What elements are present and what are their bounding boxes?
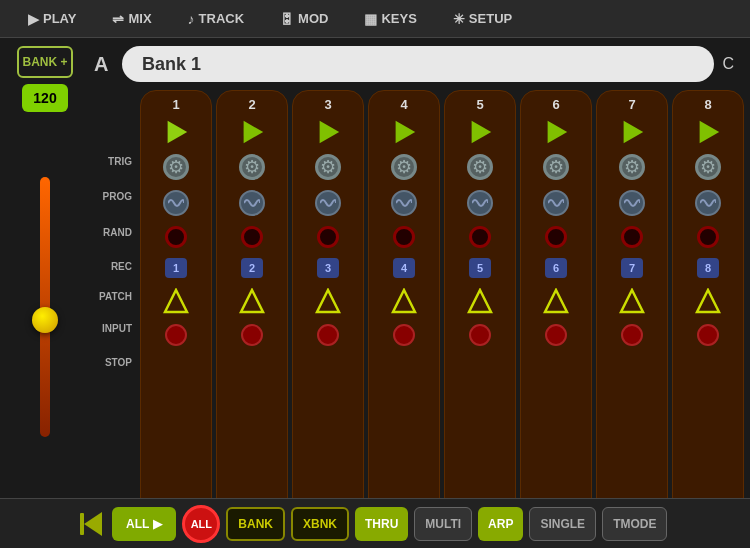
ch5-input-triangle[interactable] (467, 288, 493, 314)
ch6-rand-wave[interactable] (543, 190, 569, 216)
ch6-rec-button[interactable] (545, 226, 567, 248)
nav-mod[interactable]: 🎛 MOD (262, 11, 346, 27)
ch1-rec-button[interactable] (165, 226, 187, 248)
ch2-stop-button[interactable] (241, 324, 263, 346)
ch6-rand[interactable] (523, 186, 589, 220)
ch6-rec[interactable] (523, 222, 589, 252)
ch1-prog-gear[interactable] (163, 154, 189, 180)
ch5-prog[interactable] (447, 150, 513, 184)
ch4-input[interactable] (371, 284, 437, 318)
bank-plus-button[interactable]: BANK + (17, 46, 73, 78)
ch8-prog[interactable] (675, 150, 741, 184)
arp-button[interactable]: ARP (478, 507, 523, 541)
ch4-input-triangle[interactable] (391, 288, 417, 314)
ch7-prog[interactable] (599, 150, 665, 184)
ch3-trig-button[interactable] (314, 118, 342, 146)
ch5-trig-button[interactable] (466, 118, 494, 146)
ch2-input[interactable] (219, 284, 285, 318)
bank-name-input[interactable] (122, 46, 714, 82)
ch8-input[interactable] (675, 284, 741, 318)
ch5-rec-button[interactable] (469, 226, 491, 248)
ch8-rand-wave[interactable] (695, 190, 721, 216)
nav-track[interactable]: ♪ TRACK (170, 11, 263, 27)
ch3-patch-num[interactable]: 3 (317, 258, 339, 278)
ch1-stop[interactable] (143, 320, 209, 350)
ch2-trig-button[interactable] (238, 118, 266, 146)
ch7-stop-button[interactable] (621, 324, 643, 346)
ch5-stop[interactable] (447, 320, 513, 350)
ch5-patch[interactable]: 5 (447, 254, 513, 282)
ch5-rand-wave[interactable] (467, 190, 493, 216)
ch1-input[interactable] (143, 284, 209, 318)
ch4-trig-button[interactable] (390, 118, 418, 146)
ch3-stop[interactable] (295, 320, 361, 350)
ch6-input[interactable] (523, 284, 589, 318)
ch4-prog-gear[interactable] (391, 154, 417, 180)
ch8-stop-button[interactable] (697, 324, 719, 346)
ch1-rec[interactable] (143, 222, 209, 252)
ch8-trig-button[interactable] (694, 118, 722, 146)
ch2-rec[interactable] (219, 222, 285, 252)
ch7-prog-gear[interactable] (619, 154, 645, 180)
thru-button[interactable]: THRU (355, 507, 408, 541)
ch3-stop-button[interactable] (317, 324, 339, 346)
slider-thumb[interactable] (32, 307, 58, 333)
all-green-button[interactable]: ALL ▶ (112, 507, 176, 541)
ch8-rec[interactable] (675, 222, 741, 252)
ch2-patch[interactable]: 2 (219, 254, 285, 282)
bank-button[interactable]: BANK (226, 507, 285, 541)
single-button[interactable]: SINGLE (529, 507, 596, 541)
ch5-trig[interactable] (447, 116, 513, 148)
ch4-rand-wave[interactable] (391, 190, 417, 216)
ch7-rand-wave[interactable] (619, 190, 645, 216)
ch4-patch[interactable]: 4 (371, 254, 437, 282)
ch6-prog[interactable] (523, 150, 589, 184)
bpm-slider[interactable] (31, 118, 59, 496)
ch6-input-triangle[interactable] (543, 288, 569, 314)
ch4-stop[interactable] (371, 320, 437, 350)
ch2-input-triangle[interactable] (239, 288, 265, 314)
ch3-rec[interactable] (295, 222, 361, 252)
ch2-prog[interactable] (219, 150, 285, 184)
ch2-rand-wave[interactable] (239, 190, 265, 216)
rewind-button[interactable] (80, 512, 102, 536)
ch3-rec-button[interactable] (317, 226, 339, 248)
nav-play[interactable]: ▶ PLAY (10, 11, 94, 27)
multi-button[interactable]: MULTI (414, 507, 472, 541)
all-red-button[interactable]: ALL (182, 505, 220, 543)
ch5-input[interactable] (447, 284, 513, 318)
ch7-input[interactable] (599, 284, 665, 318)
ch8-input-triangle[interactable] (695, 288, 721, 314)
ch3-input-triangle[interactable] (315, 288, 341, 314)
ch4-prog[interactable] (371, 150, 437, 184)
ch1-rand[interactable] (143, 186, 209, 220)
ch4-rec[interactable] (371, 222, 437, 252)
ch6-prog-gear[interactable] (543, 154, 569, 180)
ch2-stop[interactable] (219, 320, 285, 350)
ch1-prog[interactable] (143, 150, 209, 184)
ch7-stop[interactable] (599, 320, 665, 350)
ch7-trig[interactable] (599, 116, 665, 148)
ch1-trig-button[interactable] (162, 118, 190, 146)
ch7-input-triangle[interactable] (619, 288, 645, 314)
ch6-trig[interactable] (523, 116, 589, 148)
ch4-stop-button[interactable] (393, 324, 415, 346)
ch4-rec-button[interactable] (393, 226, 415, 248)
ch7-patch[interactable]: 7 (599, 254, 665, 282)
ch5-rec[interactable] (447, 222, 513, 252)
ch6-stop-button[interactable] (545, 324, 567, 346)
ch3-rand[interactable] (295, 186, 361, 220)
ch6-patch-num[interactable]: 6 (545, 258, 567, 278)
ch3-rand-wave[interactable] (315, 190, 341, 216)
ch7-trig-button[interactable] (618, 118, 646, 146)
ch4-trig[interactable] (371, 116, 437, 148)
ch5-patch-num[interactable]: 5 (469, 258, 491, 278)
ch2-trig[interactable] (219, 116, 285, 148)
ch5-rand[interactable] (447, 186, 513, 220)
ch8-trig[interactable] (675, 116, 741, 148)
ch1-trig[interactable] (143, 116, 209, 148)
ch1-patch[interactable]: 1 (143, 254, 209, 282)
ch8-stop[interactable] (675, 320, 741, 350)
ch3-trig[interactable] (295, 116, 361, 148)
ch2-patch-num[interactable]: 2 (241, 258, 263, 278)
